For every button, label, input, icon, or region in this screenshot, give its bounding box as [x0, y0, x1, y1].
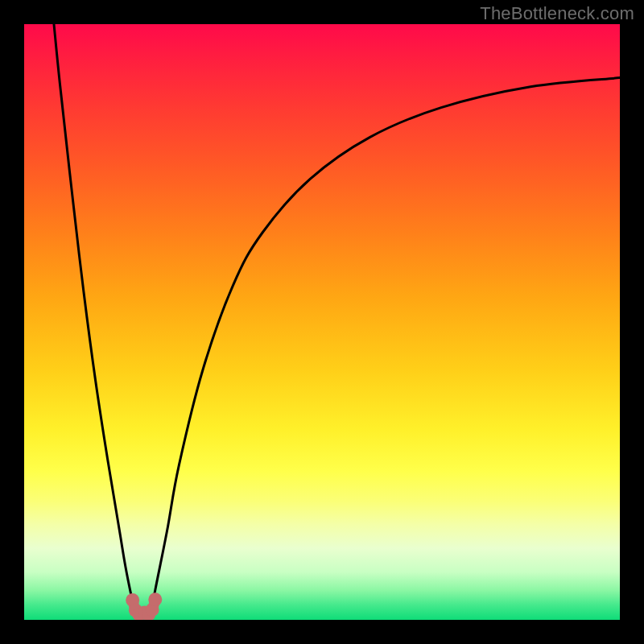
- plot-area: [24, 24, 620, 620]
- watermark-text: TheBottleneck.com: [480, 3, 634, 24]
- chart-frame: TheBottleneck.com: [0, 0, 644, 644]
- bottleneck-curve: [54, 24, 620, 608]
- series-right-branch: [152, 78, 620, 609]
- bottom-marker-cluster: [126, 592, 162, 620]
- marker-point: [148, 592, 162, 606]
- curve-layer: [24, 24, 620, 620]
- series-left-branch: [54, 24, 134, 608]
